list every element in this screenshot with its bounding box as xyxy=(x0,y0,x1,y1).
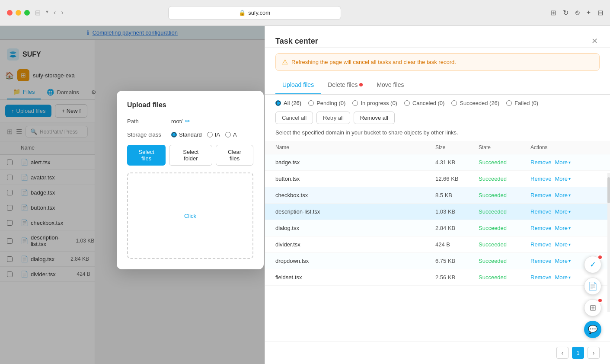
browser-chrome: ⊟ ▾ ‹ › 🔒 sufy.com ⊞ ↻ ⎋ + ⊟ xyxy=(0,0,610,26)
forward-icon[interactable]: › xyxy=(61,9,63,17)
filter-in-progress-label: In progress (0) xyxy=(361,100,397,106)
filter-succeeded-label: Succeeded (26) xyxy=(460,100,499,106)
sidebar-toggle-icon[interactable]: ⊟ xyxy=(35,9,41,17)
remove-all-button[interactable]: Remove all xyxy=(354,112,395,124)
task-state: Succeeded xyxy=(479,192,530,198)
more-dropdown[interactable]: More ▾ xyxy=(555,159,571,166)
more-dropdown[interactable]: More ▾ xyxy=(555,241,571,248)
filter-all-label: All (26) xyxy=(284,100,301,106)
col-state: State xyxy=(479,144,530,150)
edit-icon[interactable]: ✏ xyxy=(185,118,190,125)
scrollbar-thumb[interactable] xyxy=(607,177,610,203)
cancel-all-button[interactable]: Cancel all xyxy=(275,112,313,124)
tab-move-files[interactable]: Move files xyxy=(370,76,411,94)
remove-link[interactable]: Remove xyxy=(530,208,551,215)
task-table-header: Name Size State Actions xyxy=(265,141,610,154)
translate-icon[interactable]: ⊞ xyxy=(550,9,556,17)
filter-canceled[interactable]: Canceled (0) xyxy=(404,100,444,106)
task-size: 424 B xyxy=(435,241,479,248)
more-dropdown[interactable]: More ▾ xyxy=(555,208,571,215)
radio-a-input[interactable] xyxy=(225,132,231,137)
tab-delete-files[interactable]: Delete files xyxy=(321,76,370,94)
task-state: Succeeded xyxy=(479,241,530,248)
share-icon[interactable]: ⎋ xyxy=(575,9,580,17)
task-tabs: Upload files Delete files Move files xyxy=(265,76,610,95)
document-fab[interactable]: 📄 xyxy=(584,278,601,295)
task-state: Succeeded xyxy=(479,225,530,231)
radio-ia-input[interactable] xyxy=(207,132,213,137)
prev-page-button[interactable]: ‹ xyxy=(556,347,568,359)
new-tab-icon[interactable]: + xyxy=(587,9,591,17)
filter-succeeded[interactable]: Succeeded (26) xyxy=(451,100,499,106)
task-size: 2.84 KB xyxy=(435,225,479,231)
chevron-down-icon: ▾ xyxy=(568,259,571,263)
task-check-fab[interactable]: ✓ xyxy=(584,256,601,273)
action-bar: Cancel all Retry all Remove all xyxy=(265,112,610,129)
check-fab-badge xyxy=(597,255,603,260)
task-name: description-list.tsx xyxy=(275,208,435,215)
grid-fab-badge xyxy=(597,298,603,303)
clear-files-button[interactable]: Clear files xyxy=(216,145,253,166)
task-name: checkbox.tsx xyxy=(275,192,435,198)
filter-failed[interactable]: Failed (0) xyxy=(506,100,538,106)
filter-failed-input[interactable] xyxy=(506,100,512,106)
chevron-down-icon[interactable]: ▾ xyxy=(46,9,48,17)
select-files-button[interactable]: Select files xyxy=(127,145,166,166)
remove-link[interactable]: Remove xyxy=(530,274,551,281)
upload-drop-area[interactable]: Click xyxy=(127,172,253,259)
minimize-traffic-light[interactable] xyxy=(16,10,21,16)
radio-ia[interactable]: IA xyxy=(207,131,220,138)
radio-a[interactable]: A xyxy=(225,131,237,138)
remove-link[interactable]: Remove xyxy=(530,176,551,182)
remove-link[interactable]: Remove xyxy=(530,192,551,198)
task-table: Name Size State Actions badge.tsx 4.31 K… xyxy=(265,141,610,341)
filter-all-input[interactable] xyxy=(275,100,281,106)
remove-link[interactable]: Remove xyxy=(530,258,551,264)
more-dropdown[interactable]: More ▾ xyxy=(555,192,571,198)
filter-pending-input[interactable] xyxy=(308,100,314,106)
filter-succeeded-input[interactable] xyxy=(451,100,457,106)
tab-upload-files[interactable]: Upload files xyxy=(275,76,321,94)
radio-standard[interactable]: Standard xyxy=(171,131,202,138)
filter-in-progress[interactable]: In progress (0) xyxy=(352,100,397,106)
dialog-title: Upload files xyxy=(127,101,253,109)
url-bar[interactable]: 🔒 sufy.com xyxy=(168,6,341,20)
task-close-button[interactable]: ✕ xyxy=(590,35,600,48)
next-page-button[interactable]: › xyxy=(588,347,600,359)
filter-in-progress-input[interactable] xyxy=(352,100,358,106)
remove-link[interactable]: Remove xyxy=(530,225,551,231)
task-name: dialog.tsx xyxy=(275,225,435,231)
task-state: Succeeded xyxy=(479,208,530,215)
select-folder-button[interactable]: Select folder xyxy=(169,145,212,166)
chat-fab[interactable]: 💬 xyxy=(584,321,601,338)
page-1-button[interactable]: 1 xyxy=(572,347,584,359)
filter-pending[interactable]: Pending (0) xyxy=(308,100,345,106)
dialog-actions: Select files Select folder Clear files xyxy=(127,145,253,166)
filter-canceled-input[interactable] xyxy=(404,100,410,106)
more-dropdown[interactable]: More ▾ xyxy=(555,258,571,264)
radio-standard-label: Standard xyxy=(179,131,202,138)
remove-link[interactable]: Remove xyxy=(530,241,551,248)
filter-all[interactable]: All (26) xyxy=(275,100,301,106)
task-size: 8.5 KB xyxy=(435,192,479,198)
task-name: fieldset.tsx xyxy=(275,274,435,281)
grid-fab[interactable]: ⊞ xyxy=(584,299,601,316)
pagination: ‹ 1 › xyxy=(265,341,610,364)
task-row: fieldset.tsx 2.56 KB Succeeded Remove Mo… xyxy=(265,269,610,286)
more-dropdown[interactable]: More ▾ xyxy=(555,274,571,281)
more-dropdown[interactable]: More ▾ xyxy=(555,176,571,182)
filter-pending-label: Pending (0) xyxy=(316,100,345,106)
remove-link[interactable]: Remove xyxy=(530,159,551,166)
chevron-down-icon: ▾ xyxy=(568,242,571,247)
task-state: Succeeded xyxy=(479,274,530,281)
task-row: description-list.tsx 1.03 KB Succeeded R… xyxy=(265,204,610,220)
maximize-traffic-light[interactable] xyxy=(24,10,30,16)
back-icon[interactable]: ‹ xyxy=(54,9,56,17)
more-dropdown[interactable]: More ▾ xyxy=(555,225,571,231)
radio-standard-input[interactable] xyxy=(171,132,177,137)
task-size: 2.56 KB xyxy=(435,274,479,281)
retry-all-button[interactable]: Retry all xyxy=(316,112,350,124)
close-traffic-light[interactable] xyxy=(7,10,13,16)
refresh-icon[interactable]: ↻ xyxy=(563,9,568,17)
tabs-icon[interactable]: ⊟ xyxy=(597,9,603,17)
